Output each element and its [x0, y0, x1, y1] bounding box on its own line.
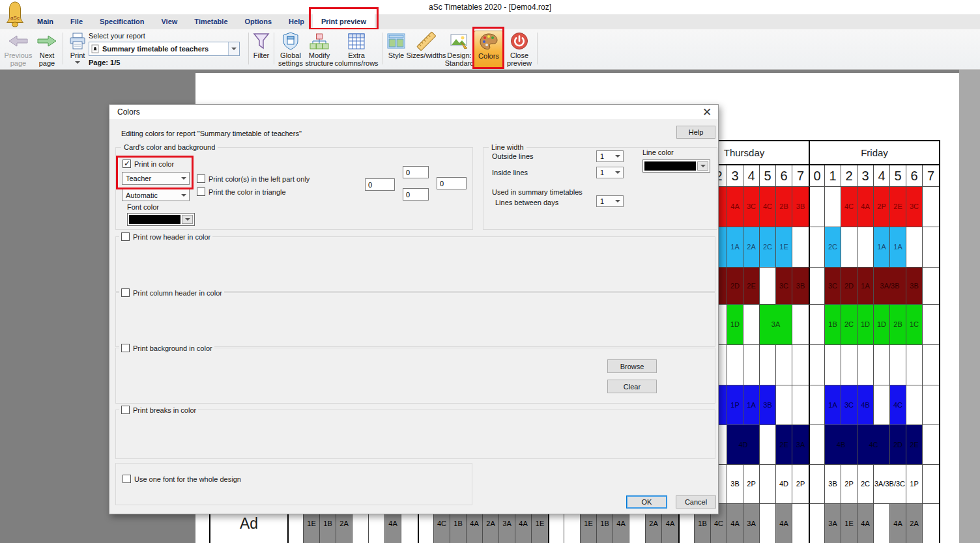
timetable-cell: 4A — [776, 504, 792, 543]
timetable-cell — [743, 345, 760, 385]
ok-button[interactable]: OK — [626, 495, 667, 508]
dialog-title-bar[interactable]: Colors ✕ — [109, 105, 718, 119]
menu-item-print-preview[interactable]: Print preview — [313, 14, 375, 29]
report-dropdown-button[interactable] — [228, 42, 239, 55]
color-by-combobox[interactable]: Teacher — [122, 172, 190, 185]
close-icon[interactable]: ✕ — [700, 105, 714, 119]
cancel-button[interactable]: Cancel — [676, 495, 716, 508]
timetable-cell — [809, 187, 825, 227]
chevron-down-icon — [612, 151, 623, 161]
chevron-down-icon[interactable] — [182, 215, 193, 224]
timetable-cell: 3C — [906, 187, 923, 227]
timetable-cell — [776, 345, 792, 385]
menu-item-options[interactable]: Options — [237, 14, 281, 29]
triangle-checkbox[interactable] — [197, 188, 205, 196]
column-header-checkbox[interactable] — [121, 288, 130, 297]
close-preview-button[interactable]: Close preview — [504, 31, 535, 68]
timetable-cell: 2B — [890, 305, 906, 345]
chevron-down-icon[interactable] — [697, 161, 708, 171]
background-label: Print background in color — [133, 344, 212, 352]
timetable-cell — [760, 345, 776, 385]
menu-item-timetable[interactable]: Timetable — [186, 14, 236, 29]
one-font-checkbox[interactable] — [122, 475, 131, 483]
lines-between-days-combobox[interactable]: 1 — [596, 195, 624, 207]
day-header: Friday — [809, 141, 939, 165]
close-preview-label: Close preview — [504, 51, 535, 68]
extra-columns-rows-button[interactable]: Extra columns/rows — [334, 31, 379, 68]
background-checkbox[interactable] — [121, 344, 130, 352]
menu-item-main[interactable]: Main — [29, 14, 62, 29]
previous-page-button[interactable]: Previous page — [3, 31, 33, 68]
menu-item-specification[interactable]: Specification — [91, 14, 152, 29]
design-button[interactable]: Design: Standard — [444, 31, 474, 68]
print-button[interactable]: Print — [65, 31, 91, 68]
help-button[interactable]: Help — [676, 126, 715, 139]
window-style-icon — [386, 31, 406, 51]
line-color-dropdown[interactable] — [642, 160, 710, 173]
colors-button[interactable]: Colors — [474, 31, 504, 68]
left-part-only-checkbox[interactable] — [197, 174, 205, 183]
column-header-row: Print column header in color — [119, 288, 224, 297]
breaks-group: Print breaks in color — [115, 410, 715, 459]
timetable-cell — [874, 504, 890, 543]
margin-top-input[interactable] — [403, 166, 429, 178]
inside-lines-combobox[interactable]: 1 — [596, 167, 624, 178]
sizes-widths-button[interactable]: Sizes/widths — [408, 31, 444, 68]
timetable-cell — [792, 385, 809, 425]
dialog-subtitle: Editing colors for report "Summary timet… — [121, 130, 302, 137]
inside-lines-label: Inside lines — [492, 169, 528, 176]
clear-button[interactable]: Clear — [607, 380, 657, 393]
filter-icon — [252, 31, 270, 51]
breaks-checkbox[interactable] — [121, 406, 130, 414]
margin-left-input[interactable] — [365, 178, 395, 191]
period-header: 6 — [776, 165, 792, 187]
period-header: 6 — [906, 165, 923, 187]
period-header: 3 — [727, 165, 743, 187]
row-header-checkbox[interactable] — [121, 232, 130, 241]
style-button[interactable]: Style — [384, 31, 408, 68]
filter-label: Filter — [253, 51, 269, 59]
timetable-cell — [760, 268, 776, 305]
timetable-cell: 2D — [727, 268, 743, 305]
automatic-combobox[interactable]: Automatic — [122, 189, 190, 201]
next-page-button[interactable]: Next page — [34, 31, 60, 68]
timetable-cell: 3B — [792, 268, 809, 305]
period-header: 5 — [890, 165, 906, 187]
timetable-cell: 2A — [906, 504, 923, 543]
print-dropdown-icon[interactable] — [75, 61, 80, 64]
triangle-row: Print the color in triangle — [197, 188, 286, 196]
timetable-cell: 2C — [760, 227, 776, 268]
font-color-dropdown[interactable] — [127, 213, 195, 226]
timetable-cell — [857, 227, 874, 268]
modify-structure-button[interactable]: Modify structure — [304, 31, 335, 68]
timetable-cell: 4D — [776, 465, 792, 504]
color-by-value: Teacher — [122, 174, 178, 182]
timetable-cell: 1A — [857, 268, 874, 305]
menu-item-file[interactable]: File — [62, 14, 91, 29]
timetable-cell — [923, 345, 939, 385]
timetable-cell — [857, 345, 874, 385]
global-settings-button[interactable]: Global settings — [276, 31, 305, 68]
timetable-cell — [760, 425, 776, 465]
outside-lines-combobox[interactable]: 1 — [596, 150, 624, 162]
margin-bottom-input[interactable] — [403, 188, 429, 201]
timetable-cell: 2P — [792, 465, 809, 504]
timetable-cell: 3C — [841, 385, 857, 425]
filter-button[interactable]: Filter — [250, 31, 272, 68]
breaks-row: Print breaks in color — [119, 406, 198, 414]
menu-item-view[interactable]: View — [152, 14, 186, 29]
print-in-color-checkbox[interactable] — [122, 160, 131, 168]
used-in-summary-label: Used in summary timetables — [492, 188, 583, 196]
timetable-cell: 2E — [743, 268, 760, 305]
timetable-cell: 2B — [776, 187, 792, 227]
extra-columns-rows-label: Extra columns/rows — [334, 51, 379, 68]
timetable-cell — [923, 227, 939, 268]
menu-item-help[interactable]: Help — [280, 14, 313, 29]
arrow-right-icon — [37, 31, 57, 51]
timetable-cell: 4B — [825, 425, 857, 465]
report-combobox[interactable]: Summary timetable of teachers — [89, 42, 240, 56]
breaks-label: Print breaks in color — [133, 406, 196, 414]
browse-button[interactable]: Browse — [607, 359, 657, 373]
timetable-cell: 4A — [857, 187, 874, 227]
margin-right-input[interactable] — [437, 177, 467, 189]
